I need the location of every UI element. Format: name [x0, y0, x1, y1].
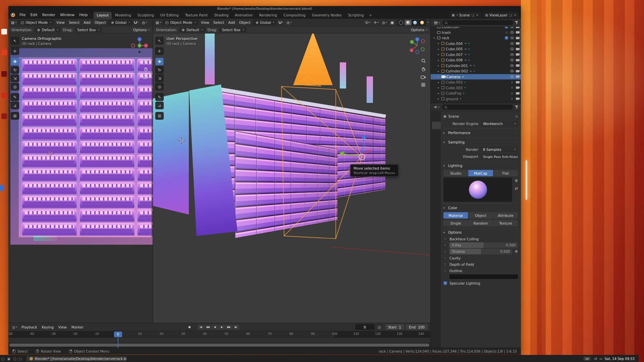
section-header[interactable]: ▾Options∷	[443, 229, 518, 236]
menu-view[interactable]: View	[54, 20, 67, 25]
outliner-row-rack[interactable]: ▾rack✓	[431, 35, 521, 41]
workspace-tab-rendering[interactable]: Rendering	[256, 12, 280, 19]
menu-edit[interactable]: Edit	[28, 12, 40, 18]
tool-cursor-icon[interactable]: ✛	[155, 47, 164, 55]
orientation-dropdown[interactable]: ⊕Default▾	[35, 27, 61, 33]
outliner-row-cube-002[interactable]: ▸Cube.002▿∨	[431, 79, 521, 85]
disclosure-icon[interactable]: ▸	[437, 42, 440, 45]
menu-help[interactable]: Help	[77, 12, 90, 18]
render-visibility-icon[interactable]	[516, 70, 519, 72]
eye-closed-icon[interactable]: ∨	[510, 81, 514, 84]
outliner-row-cube-005[interactable]: ▸Cube.005∞▿	[431, 46, 521, 52]
keyboard-layout-indicator[interactable]: us	[584, 357, 590, 361]
outliner-row-cylinder-001[interactable]: ▸Cylinder.001∞▿	[431, 63, 521, 69]
transform-orientation-dropdown[interactable]: ⊕Global▾	[253, 20, 277, 25]
menu-file[interactable]: File	[17, 12, 28, 18]
current-frame-field[interactable]: 0	[355, 324, 375, 330]
render-visibility-icon[interactable]	[516, 98, 519, 100]
shadow-checkbox[interactable]	[443, 250, 447, 253]
eye-closed-icon[interactable]: ∨	[510, 97, 514, 100]
disclosure-icon[interactable]: ▸	[437, 81, 440, 84]
pin-icon[interactable]: ◎	[515, 115, 518, 118]
xray-checkbox[interactable]	[443, 243, 447, 247]
tool-transform-icon[interactable]: ◎	[155, 83, 164, 90]
tool-transform-icon[interactable]: ◎	[11, 83, 19, 90]
properties-tab-world[interactable]	[432, 155, 441, 163]
next-keyframe-button[interactable]: ▶▶	[225, 324, 232, 330]
workspace-tab-animation[interactable]: Animation	[232, 12, 256, 19]
current-frame-indicator[interactable]: 0	[114, 331, 122, 337]
disclosure-icon[interactable]: ▸	[437, 97, 440, 100]
dock-icon[interactable]	[0, 185, 4, 191]
outliner-row-trash[interactable]: trash	[431, 30, 521, 36]
render-visibility-icon[interactable]	[516, 75, 519, 78]
tool-select-box-icon[interactable]: ↖	[11, 37, 19, 45]
playhead[interactable]: 0	[114, 331, 122, 337]
properties-tab-viewlayer[interactable]	[432, 138, 441, 146]
color-material-button[interactable]: Material	[443, 212, 468, 219]
options-dropdown[interactable]: Options▾	[411, 28, 427, 32]
navigation-gizmo[interactable]: Z Y X	[408, 36, 427, 55]
outliner-row-cube-003[interactable]: ▸Cube.003▿∨	[431, 85, 521, 91]
jump-start-button[interactable]: |◀	[197, 324, 204, 330]
outliner-search-input[interactable]	[442, 20, 513, 25]
cavity-checkbox[interactable]	[443, 256, 447, 260]
render-engine-dropdown[interactable]: Workbench▾	[481, 121, 518, 127]
snapping-icon[interactable]: ▾	[133, 21, 140, 24]
render-visibility-icon[interactable]	[516, 48, 519, 50]
shading-material-icon[interactable]	[412, 20, 419, 25]
disclosure-icon[interactable]: ▾	[433, 37, 436, 40]
options-dropdown[interactable]: Options▾	[133, 28, 150, 32]
filter-icon[interactable]	[515, 106, 519, 109]
menu-marker[interactable]: Marker	[69, 324, 86, 330]
render-visibility-icon[interactable]	[516, 92, 519, 95]
properties-search-input[interactable]	[442, 105, 513, 110]
menu-add[interactable]: Add	[82, 20, 92, 25]
backface-culling-checkbox[interactable]	[443, 237, 447, 241]
shading-solid-icon[interactable]	[405, 20, 412, 25]
eye-icon[interactable]	[510, 27, 514, 28]
mode-dropdown[interactable]: ◰Object Mode▾	[18, 20, 54, 25]
properties-tab-texture[interactable]	[432, 222, 441, 230]
object-visibility-icon[interactable]: ▾	[364, 21, 372, 24]
xray-slider[interactable]: X-Ray0.500	[449, 242, 518, 248]
add-workspace-button[interactable]: +	[367, 12, 374, 19]
menu-view[interactable]: View	[56, 324, 69, 330]
proportional-editing-icon[interactable]: ◎▾	[141, 20, 148, 25]
navigation-gizmo[interactable]: Z X Y	[130, 36, 149, 55]
color-texture-button[interactable]: Texture	[493, 220, 518, 226]
menu-select[interactable]: Select	[211, 20, 226, 25]
properties-tab-modifiers[interactable]	[432, 172, 441, 179]
outliner-row-ground[interactable]: ▸ground▿∨	[431, 96, 521, 102]
eye-icon[interactable]	[510, 31, 514, 34]
render-visibility-icon[interactable]	[516, 27, 519, 28]
tool-move-icon[interactable]: ✥	[11, 58, 19, 65]
taskbar-app-icon[interactable]: ▣	[7, 357, 10, 361]
disclosure-icon[interactable]: ▸	[437, 48, 440, 51]
render-visibility-icon[interactable]	[516, 64, 519, 67]
timeline-track[interactable]	[8, 338, 430, 343]
menu-window[interactable]: Window	[58, 12, 77, 18]
render-samples-dropdown[interactable]: 8 Samples▾	[481, 146, 518, 153]
properties-tab-render[interactable]	[432, 122, 441, 129]
outline-color-swatch[interactable]	[449, 275, 518, 279]
camera-view-icon[interactable]	[421, 75, 426, 79]
menu-select[interactable]: Select	[67, 20, 82, 25]
editor-type-icon[interactable]: ▤▾	[433, 20, 441, 25]
color-object-button[interactable]: Object	[468, 212, 493, 219]
properties-tab-physics[interactable]	[432, 189, 441, 196]
render-visibility-icon[interactable]	[516, 59, 519, 61]
drag-dropdown[interactable]: Select Box▾	[219, 27, 247, 33]
workspace-tab-layout[interactable]: Layout	[94, 12, 112, 19]
tool-add-cube-icon[interactable]: ⊞	[11, 112, 19, 120]
tool-scale-icon[interactable]: ⇲	[11, 74, 19, 82]
workspace-tab-geometry-nodes[interactable]: Geometry Nodes	[309, 12, 345, 19]
section-header[interactable]: ▾Sampling∷	[443, 139, 518, 145]
gizmos-icon[interactable]: ✛▾	[372, 20, 380, 25]
close-icon[interactable]: ✕	[514, 13, 517, 17]
disclosure-icon[interactable]: ▸	[437, 75, 440, 78]
taskbar-active-task[interactable]: Blender* [/home/amalie/Desktop/blender/s…	[26, 356, 127, 362]
menu-playback[interactable]: Playback	[19, 324, 40, 330]
tool-select-box-icon[interactable]: ↖	[155, 37, 164, 45]
matcap-preview[interactable]	[443, 178, 512, 202]
